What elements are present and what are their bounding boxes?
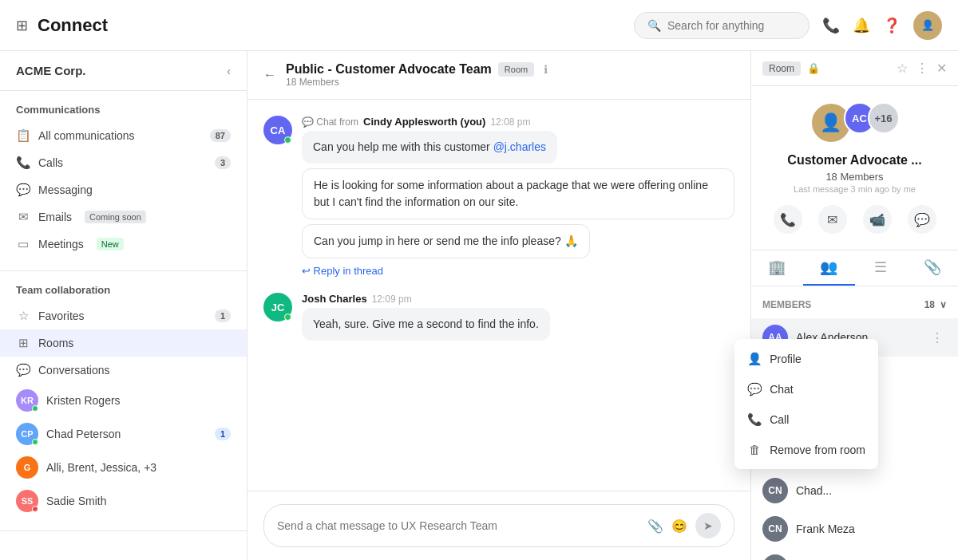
emails-badge: Coming soon xyxy=(85,211,146,223)
send-button[interactable]: ➤ xyxy=(695,513,721,538)
right-panel: Room 🔒 ☆ ⋮ ✕ 👤 AC +16 Customer Advoc xyxy=(750,51,958,560)
meetings-icon: ▭ xyxy=(16,237,30,251)
panel-avatar-more: +16 xyxy=(868,102,900,134)
sidebar-item-rooms[interactable]: ⊞ Rooms xyxy=(0,329,247,357)
cindy-status-dot xyxy=(284,136,291,144)
org-name: ACME Corp. xyxy=(16,64,86,77)
josh-sender: Josh Charles xyxy=(302,293,367,305)
more-options-icon[interactable]: ⋮ xyxy=(916,61,928,76)
sidebar-item-meetings[interactable]: ▭ Meetings New xyxy=(0,231,247,258)
panel-profile: 👤 AC +16 Customer Advocate ... 18 Member… xyxy=(751,86,958,250)
panel-email-btn[interactable]: ✉ xyxy=(818,205,847,234)
main-area: ACME Corp. ‹ Communications 📋 All commun… xyxy=(0,51,958,560)
chad-panel-name: Chad... xyxy=(796,484,832,497)
grid-icon[interactable]: ⊞ xyxy=(16,17,28,34)
phone-icon[interactable]: 📞 xyxy=(822,17,840,34)
chat-messages: CA 💬 Chat from Cindy Applesworth (you) 1… xyxy=(247,100,750,491)
message-group-josh: JC Josh Charles 12:09 pm Yeah, sure. Giv… xyxy=(263,293,734,341)
kristen-avatar: KR xyxy=(16,389,38,412)
panel-video-btn[interactable]: 📹 xyxy=(863,205,892,234)
chad-avatar: CP xyxy=(16,423,38,445)
msg-source: 💬 Chat from xyxy=(302,116,358,128)
reply-in-thread[interactable]: ↩ Reply in thread xyxy=(302,265,734,277)
navbar-left: ⊞ Connect xyxy=(16,15,108,36)
alex-more-icon[interactable]: ⋮ xyxy=(928,329,947,347)
member-item-chad[interactable]: CN Chad... xyxy=(751,471,958,510)
call-icon: 📞 xyxy=(747,412,762,427)
members-count-toggle[interactable]: 18 ∨ xyxy=(924,299,947,310)
calls-label: Calls xyxy=(38,156,63,169)
bell-icon[interactable]: 🔔 xyxy=(853,17,870,34)
member-item-steve[interactable]: CN Steve Lowe xyxy=(751,548,958,560)
chat-panel: ← Public - Customer Advocate Team Room ℹ… xyxy=(247,51,750,560)
back-button[interactable]: ← xyxy=(263,68,276,82)
frank-name: Frank Meza xyxy=(796,523,855,535)
tab-building[interactable]: 🏢 xyxy=(751,250,803,286)
sadie-status-dot xyxy=(32,506,38,512)
favorites-badge: 1 xyxy=(215,310,231,322)
sidebar-item-emails[interactable]: ✉ Emails Coming soon xyxy=(0,203,247,231)
panel-tabs: 🏢 👥 ☰ 📎 xyxy=(751,250,958,286)
all-communications-badge: 87 xyxy=(210,129,231,142)
context-menu-remove[interactable]: 🗑 Remove from room xyxy=(734,435,878,464)
emails-label: Emails xyxy=(38,211,72,223)
search-bar[interactable]: 🔍 xyxy=(634,12,810,39)
context-menu-chat[interactable]: 💬 Chat xyxy=(734,374,878,404)
search-icon: 🔍 xyxy=(647,19,661,32)
star-icon[interactable]: ☆ xyxy=(897,61,908,76)
cindy-avatar: CA xyxy=(263,116,292,144)
sidebar-item-favorites[interactable]: ☆ Favorites 1 xyxy=(0,302,247,329)
conv-item-kristen[interactable]: KR Kristen Rogers xyxy=(0,384,247,417)
conv-item-chad[interactable]: CP Chad Peterson 1 xyxy=(0,417,247,451)
sadie-name: Sadie Smith xyxy=(46,495,106,507)
josh-status-dot xyxy=(284,314,291,321)
frank-avatar: CN xyxy=(762,516,788,542)
context-menu-call[interactable]: 📞 Call xyxy=(734,404,878,435)
sidebar-item-conversations[interactable]: 💬 Conversations xyxy=(0,357,247,384)
group-avatar: G xyxy=(16,456,38,479)
tab-members[interactable]: 👥 xyxy=(803,250,855,286)
member-item-frank[interactable]: CN Frank Meza xyxy=(751,510,958,548)
chat-member-count: 18 Members xyxy=(286,77,548,88)
favorites-label: Favorites xyxy=(38,310,85,322)
calls-icon: 📞 xyxy=(16,156,30,170)
context-menu-profile[interactable]: 👤 Profile xyxy=(734,344,878,374)
members-header: MEMBERS 18 ∨ xyxy=(751,294,958,318)
chat-room-name: Public - Customer Advocate Team xyxy=(286,62,492,77)
app-title: Connect xyxy=(38,15,108,36)
search-input[interactable] xyxy=(667,19,796,32)
team-collab-title: Team collaboration xyxy=(0,284,247,302)
conv-item-sadie[interactable]: SS Sadie Smith xyxy=(0,484,247,518)
context-menu-remove-label: Remove from room xyxy=(770,444,865,456)
lock-icon: 🔒 xyxy=(807,62,820,74)
panel-call-btn[interactable]: 📞 xyxy=(774,205,802,234)
panel-members-count: 18 Members xyxy=(767,171,942,183)
sidebar-item-messaging[interactable]: 💬 Messaging xyxy=(0,176,247,203)
context-menu: 👤 Profile 💬 Chat 📞 Call 🗑 Remove from ro… xyxy=(734,339,878,469)
group-name: Alli, Brent, Jessica, +3 xyxy=(46,461,156,474)
all-communications-label: All communications xyxy=(38,129,135,142)
conv-item-group[interactable]: G Alli, Brent, Jessica, +3 xyxy=(0,451,247,484)
collapse-button[interactable]: ‹ xyxy=(227,65,231,77)
panel-chat-btn[interactable]: 💬 xyxy=(908,205,936,234)
context-menu-profile-label: Profile xyxy=(770,353,802,365)
cindy-message-content: 💬 Chat from Cindy Applesworth (you) 12:0… xyxy=(302,116,734,277)
chat-input[interactable] xyxy=(277,519,639,532)
user-avatar[interactable]: 👤 xyxy=(913,11,942,40)
sidebar-item-all-communications[interactable]: 📋 All communications 87 xyxy=(0,122,247,149)
messaging-icon: 💬 xyxy=(16,183,30,197)
sidebar-item-calls[interactable]: 📞 Calls 3 xyxy=(0,149,247,176)
chat-input-box: 📎 😊 ➤ xyxy=(263,504,734,547)
attachment-icon[interactable]: 📎 xyxy=(647,519,663,534)
tab-list[interactable]: ☰ xyxy=(855,250,907,286)
close-panel-icon[interactable]: ✕ xyxy=(936,61,947,76)
cindy-bubble-2: He is looking for some information about… xyxy=(302,168,734,219)
communications-section: Communications 📋 All communications 87 📞… xyxy=(0,91,247,271)
chad-name: Chad Peterson xyxy=(46,428,121,440)
sidebar: ACME Corp. ‹ Communications 📋 All commun… xyxy=(0,51,247,560)
help-icon[interactable]: ❓ xyxy=(883,17,901,34)
emoji-icon[interactable]: 😊 xyxy=(671,519,687,534)
info-icon[interactable]: ℹ xyxy=(544,63,548,76)
tab-attachments[interactable]: 📎 xyxy=(906,250,958,286)
remove-icon: 🗑 xyxy=(747,443,762,456)
